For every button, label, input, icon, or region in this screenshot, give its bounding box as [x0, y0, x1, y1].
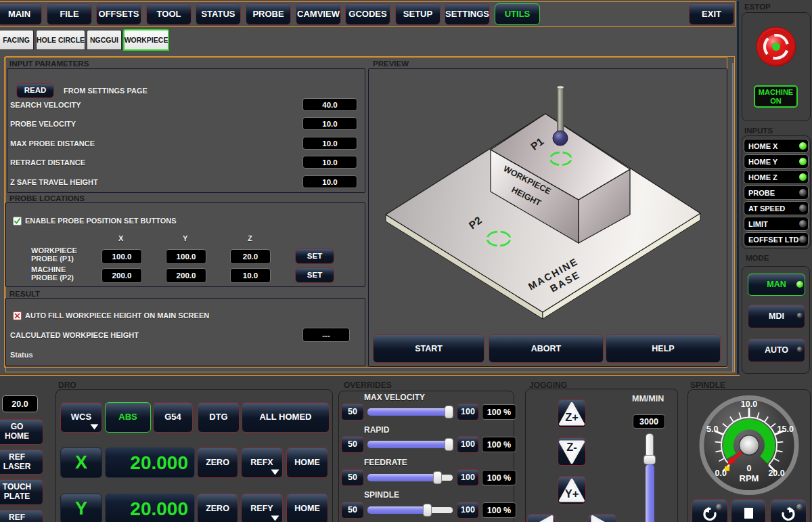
svg-text:10.0: 10.0 [741, 399, 757, 409]
svg-text:0: 0 [747, 464, 752, 473]
svg-text:Y+: Y+ [565, 487, 579, 499]
svg-text:5.0: 5.0 [706, 425, 718, 434]
svg-text:Z+: Z+ [565, 410, 579, 422]
svg-text:15.0: 15.0 [777, 425, 794, 434]
svg-text:RPM: RPM [740, 473, 759, 483]
svg-text:Z-: Z- [566, 441, 577, 453]
svg-text:20.0: 20.0 [768, 469, 784, 478]
